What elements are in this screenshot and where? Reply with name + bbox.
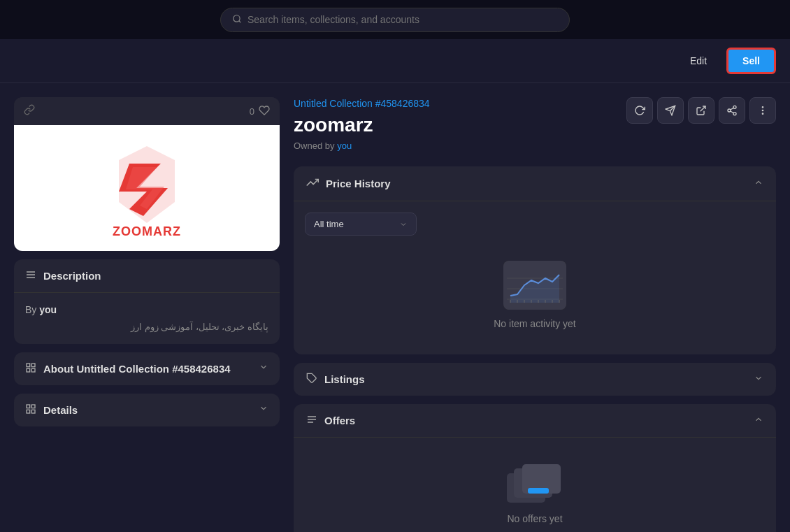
lines-icon	[25, 269, 36, 282]
svg-line-22	[731, 111, 734, 113]
left-column: 0	[14, 97, 280, 426]
top-navigation	[0, 0, 790, 39]
dropdown-label: All time	[314, 219, 344, 229]
by-name: you	[39, 304, 57, 315]
description-card: Description By you پایگاه خبری، تحلیل، آ…	[14, 259, 280, 344]
price-history-label: Price History	[326, 178, 391, 189]
svg-point-20	[728, 109, 731, 112]
listings-label: Listings	[324, 373, 365, 385]
svg-point-21	[733, 113, 736, 115]
svg-rect-10	[27, 368, 30, 372]
svg-line-23	[731, 108, 734, 110]
svg-line-1	[239, 20, 241, 22]
sub-navigation: Edit Sell	[0, 39, 790, 83]
svg-point-26	[762, 113, 763, 114]
external-link-button[interactable]	[688, 97, 714, 124]
main-content: 0	[0, 83, 790, 532]
details-header[interactable]: Details	[14, 394, 280, 426]
about-collection-card: About Untitled Collection #458426834	[14, 352, 280, 385]
like-area[interactable]: 0	[250, 105, 270, 118]
listings-section: Listings	[294, 363, 776, 396]
offers-icon-stack	[507, 463, 563, 505]
description-label: Description	[43, 270, 101, 282]
no-activity-area: No item activity yet	[305, 247, 765, 343]
item-title: zoomarz	[294, 114, 430, 136]
persian-description: پایگاه خبری، تحلیل، آموزشی زوم ارز	[25, 320, 268, 334]
svg-point-0	[234, 15, 240, 21]
chart-placeholder	[503, 261, 566, 310]
nft-image-card: 0	[14, 97, 280, 251]
more-button[interactable]	[749, 97, 776, 124]
svg-rect-14	[27, 410, 30, 413]
listings-header[interactable]: Listings	[294, 363, 776, 396]
chevron-down-icon	[259, 362, 268, 375]
offers-label: Offers	[324, 415, 355, 426]
like-count: 0	[250, 106, 254, 117]
description-header[interactable]: Description	[14, 259, 280, 293]
offers-header[interactable]: Offers	[294, 404, 776, 438]
svg-rect-13	[31, 405, 35, 408]
grid-icon	[25, 362, 36, 375]
offers-title: Offers	[306, 414, 355, 427]
send-button[interactable]	[657, 97, 684, 124]
svg-text:ZOOMARZ: ZOOMARZ	[113, 224, 181, 238]
offers-icon	[306, 414, 317, 427]
nft-card-top-bar: 0	[14, 97, 280, 125]
price-history-section: Price History All time	[294, 166, 776, 354]
nft-image: ZOOMARZ	[14, 125, 280, 251]
right-column: Untitled Collection #458426834 zoomarz O…	[294, 97, 776, 532]
svg-point-25	[762, 110, 763, 110]
svg-point-24	[762, 107, 763, 108]
owner-link[interactable]: you	[337, 141, 352, 151]
no-offers-area: No offers yet	[305, 449, 765, 532]
link-icon	[24, 104, 35, 118]
svg-point-19	[733, 106, 736, 108]
owned-by: Owned by you	[294, 141, 430, 151]
svg-rect-11	[31, 368, 35, 372]
offers-section: Offers	[294, 404, 776, 532]
details-label: Details	[43, 404, 78, 416]
refresh-button[interactable]	[626, 97, 653, 124]
offers-body: No offers yet	[294, 438, 776, 532]
chevron-up-icon-offers	[754, 415, 763, 427]
price-history-body: All time	[294, 201, 776, 354]
listings-title: Listings	[306, 373, 365, 386]
about-collection-label: About Untitled Collection #458426834	[43, 363, 231, 375]
search-input[interactable]	[247, 14, 558, 25]
time-range-dropdown[interactable]: All time	[305, 213, 417, 236]
sell-button[interactable]: Sell	[726, 48, 776, 74]
item-meta: Untitled Collection #458426834 zoomarz O…	[294, 97, 430, 161]
svg-rect-9	[31, 364, 35, 367]
heart-icon	[259, 105, 270, 118]
svg-rect-47	[528, 488, 549, 494]
edit-button[interactable]: Edit	[679, 50, 718, 72]
chevron-up-icon	[754, 178, 763, 190]
share-button[interactable]	[719, 97, 745, 124]
chevron-down-icon-listings	[754, 373, 763, 386]
svg-rect-15	[31, 410, 35, 413]
by-label: By you	[25, 303, 268, 317]
chevron-down-icon-details	[259, 403, 268, 416]
svg-rect-8	[27, 364, 30, 367]
tag-icon	[306, 373, 317, 386]
about-collection-header[interactable]: About Untitled Collection #458426834	[14, 352, 280, 385]
search-bar[interactable]	[220, 8, 570, 32]
no-activity-text: No item activity yet	[494, 318, 575, 329]
description-body: By you پایگاه خبری، تحلیل، آموزشی زوم ار…	[14, 293, 280, 344]
item-header: Untitled Collection #458426834 zoomarz O…	[294, 97, 776, 161]
price-history-title: Price History	[306, 176, 391, 191]
no-offers-text: No offers yet	[507, 513, 562, 524]
search-icon	[232, 14, 242, 26]
details-card: Details	[14, 394, 280, 426]
action-buttons	[626, 97, 776, 124]
details-icon	[25, 403, 36, 417]
price-history-header[interactable]: Price History	[294, 166, 776, 201]
trend-icon	[306, 176, 319, 191]
collection-link[interactable]: Untitled Collection #458426834	[294, 98, 430, 109]
zoomarz-logo-svg: ZOOMARZ	[91, 132, 203, 244]
svg-rect-12	[27, 405, 30, 408]
svg-line-18	[701, 106, 705, 111]
